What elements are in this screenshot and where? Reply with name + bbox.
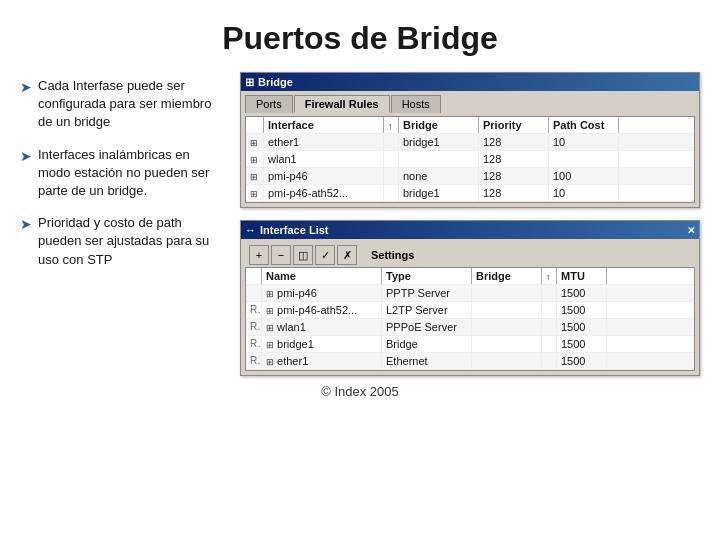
bullet-text-2: Interfaces inalámbricas en modo estación… [38,146,220,201]
footer: © Index 2005 [0,376,720,399]
bridge-table: Interface ↑ Bridge Priority Path Cost ⊞ … [245,116,695,203]
iface-row3-flag: R [246,319,262,335]
bridge-row2-priority: 128 [479,151,549,167]
iface-col-name[interactable]: Name [262,268,382,284]
bridge-row2-sort [384,151,399,167]
bridge-row-3[interactable]: ⊞ pmi-p46 none 128 100 [246,168,694,185]
iface-row4-flag: R [246,336,262,352]
iface-row1-flag2 [542,285,557,301]
add-button[interactable]: + [249,245,269,265]
interface-list-window: ↔ Interface List ✕ + − ◫ ✓ ✗ Settings [240,220,700,376]
iface-row-4[interactable]: R ⊞ bridge1 Bridge 1500 [246,336,694,353]
bridge-row2-iface: wlan1 [264,151,384,167]
iface-row2-bridge [472,302,542,318]
bridge-title-text: Bridge [258,76,293,88]
bridge-titlebar: ⊞ Bridge [241,73,699,91]
bridge-col-sort: ↑ [384,117,399,133]
bridge-table-header: Interface ↑ Bridge Priority Path Cost [246,117,694,134]
bridge-row2-bridge [399,151,479,167]
iface-win-body: + − ◫ ✓ ✗ Settings Name Type Bridge ↑ [241,239,699,375]
enable-button[interactable]: ✓ [315,245,335,265]
iface-toolbar: + − ◫ ✓ ✗ Settings [245,243,695,267]
iface-row2-type: L2TP Server [382,302,472,318]
bridge-row3-sort [384,168,399,184]
iface-row3-name: ⊞ wlan1 [262,319,382,335]
bridge-col-bridge[interactable]: Bridge [399,117,479,133]
iface-row-2[interactable]: R ⊞ pmi-p46-ath52... L2TP Server 1500 [246,302,694,319]
iface-row3-bridge [472,319,542,335]
bridge-win-body: Ports Firewall Rules Hosts Interface ↑ B… [241,91,699,207]
iface-title-icon: ↔ [245,224,256,236]
bridge-row2-pathcost [549,151,619,167]
bullet-item-1: ➤ Cada Interfase puede ser configurada p… [20,77,220,132]
bridge-row1-bridge: bridge1 [399,134,479,150]
iface-row5-mtu: 1500 [557,353,607,369]
bridge-col-interface[interactable]: Interface [264,117,384,133]
copy-button[interactable]: ◫ [293,245,313,265]
iface-col-mtu[interactable]: MTU [557,268,607,284]
bullet-list: ➤ Cada Interfase puede ser configurada p… [20,72,220,376]
tab-firewall-rules[interactable]: Firewall Rules [294,95,390,113]
iface-row5-name: ⊞ ether1 [262,353,382,369]
bridge-window: ⊞ Bridge Ports Firewall Rules Hosts Inte… [240,72,700,208]
iface-row1-flag [246,285,262,301]
bullet-arrow-2: ➤ [20,147,32,167]
iface-col-flag [246,268,262,284]
iface-title-text: Interface List [260,224,328,236]
bridge-row4-sort [384,185,399,201]
bullet-item-2: ➤ Interfaces inalámbricas en modo estaci… [20,146,220,201]
iface-row2-mtu: 1500 [557,302,607,318]
bridge-row-2[interactable]: ⊞ wlan1 128 [246,151,694,168]
bridge-row1-sort [384,134,399,150]
bullet-text-1: Cada Interfase puede ser configurada par… [38,77,220,132]
tab-hosts[interactable]: Hosts [391,95,441,113]
iface-row2-name: ⊞ pmi-p46-ath52... [262,302,382,318]
tab-ports[interactable]: Ports [245,95,293,113]
iface-row5-flag2 [542,353,557,369]
bridge-title-icon: ⊞ [245,76,254,89]
remove-button[interactable]: − [271,245,291,265]
bridge-row3-icon: ⊞ [246,168,264,184]
iface-row3-flag2 [542,319,557,335]
iface-row-3[interactable]: R ⊞ wlan1 PPPoE Server 1500 [246,319,694,336]
iface-col-bridge[interactable]: Bridge [472,268,542,284]
bridge-row2-icon: ⊞ [246,151,264,167]
iface-row-1[interactable]: ⊞ pmi-p46 PPTP Server 1500 [246,285,694,302]
iface-row1-bridge [472,285,542,301]
iface-col-type[interactable]: Type [382,268,472,284]
bridge-row4-bridge: bridge1 [399,185,479,201]
bridge-col-pathcost[interactable]: Path Cost [549,117,619,133]
iface-row4-mtu: 1500 [557,336,607,352]
iface-col-sort: ↑ [542,268,557,284]
bridge-row1-iface: ether1 [264,134,384,150]
bridge-row4-icon: ⊞ [246,185,264,201]
iface-row-5[interactable]: R ⊞ ether1 Ethernet 1500 [246,353,694,370]
disable-button[interactable]: ✗ [337,245,357,265]
bridge-row3-pathcost: 100 [549,168,619,184]
iface-row1-type: PPTP Server [382,285,472,301]
iface-row3-type: PPPoE Server [382,319,472,335]
bullet-text-3: Prioridad y costo de path pueden ser aju… [38,214,220,269]
iface-row2-flag: R [246,302,262,318]
bridge-row4-iface: pmi-p46-ath52... [264,185,384,201]
iface-row3-mtu: 1500 [557,319,607,335]
panels-area: ⊞ Bridge Ports Firewall Rules Hosts Inte… [240,72,700,376]
settings-label: Settings [371,249,414,261]
bridge-row1-icon: ⊞ [246,134,264,150]
bridge-col-flag [246,117,264,133]
bridge-tab-bar: Ports Firewall Rules Hosts [245,95,695,113]
iface-row5-flag: R [246,353,262,369]
page-title: Puertos de Bridge [0,0,720,72]
bridge-col-priority[interactable]: Priority [479,117,549,133]
bridge-row-1[interactable]: ⊞ ether1 bridge1 128 10 [246,134,694,151]
bridge-row3-priority: 128 [479,168,549,184]
iface-close-icon[interactable]: ✕ [687,225,695,236]
bridge-row1-priority: 128 [479,134,549,150]
bridge-row-4[interactable]: ⊞ pmi-p46-ath52... bridge1 128 10 [246,185,694,202]
bullet-item-3: ➤ Prioridad y costo de path pueden ser a… [20,214,220,269]
bridge-row3-bridge: none [399,168,479,184]
iface-row4-flag2 [542,336,557,352]
iface-row2-flag2 [542,302,557,318]
iface-row4-type: Bridge [382,336,472,352]
iface-row5-type: Ethernet [382,353,472,369]
